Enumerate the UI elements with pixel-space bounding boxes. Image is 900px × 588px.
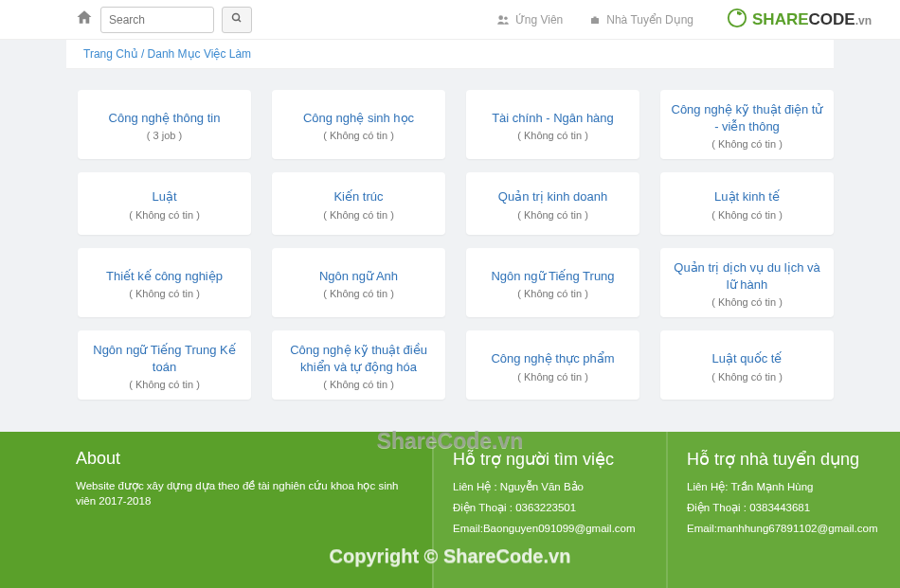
category-count: ( Không có tin ) <box>281 130 436 141</box>
category-count: ( Không có tin ) <box>476 209 630 221</box>
svg-point-3 <box>504 16 508 20</box>
breadcrumb: Trang Chủ / Danh Mục Việc Làm <box>66 40 834 69</box>
breadcrumb-home[interactable]: Trang Chủ <box>83 47 138 61</box>
category-card[interactable]: Luật kinh tế( Không có tin ) <box>660 172 834 235</box>
category-card[interactable]: Tài chính - Ngân hàng( Không có tin ) <box>466 90 639 159</box>
category-card[interactable]: Luật quốc tế( Không có tin ) <box>660 330 834 400</box>
category-title[interactable]: Luật <box>87 188 242 205</box>
category-card[interactable]: Ngôn ngữ Tiếng Trung Kế toán( Không có t… <box>78 330 251 400</box>
category-card[interactable]: Quản trị dịch vụ du lịch và lữ hành( Khô… <box>660 248 834 317</box>
category-card[interactable]: Công nghệ kỹ thuật điều khiển và tự động… <box>272 330 445 400</box>
category-title[interactable]: Kiến trúc <box>281 188 436 205</box>
category-grid-wrap: Công nghệ thông tin( 3 job )Công nghệ si… <box>0 69 900 400</box>
category-title[interactable]: Công nghệ sinh học <box>281 110 436 127</box>
footer-employer: Hỗ trợ nhà tuyển dụng Liên Hệ: Trần Mạnh… <box>666 432 900 588</box>
users-icon <box>496 13 510 27</box>
employer-title: Hỗ trợ nhà tuyển dụng <box>687 449 881 470</box>
category-title[interactable]: Quản trị kinh doanh <box>476 188 630 205</box>
category-card[interactable]: Quản trị kinh doanh( Không có tin ) <box>466 172 639 235</box>
candidate-label: Ứng Viên <box>515 13 563 27</box>
category-card[interactable]: Công nghệ sinh học( Không có tin ) <box>272 90 445 159</box>
about-text: Website được xây dựng dựa theo đề tài ng… <box>76 478 413 508</box>
employer-link[interactable]: Nhà Tuyển Dụng <box>589 13 693 27</box>
category-title[interactable]: Công nghệ kỹ thuật điện tử - viễn thông <box>670 101 824 134</box>
category-card[interactable]: Công nghệ kỹ thuật điện tử - viễn thông(… <box>660 90 834 159</box>
category-title[interactable]: Công nghệ kỹ thuật điều khiển và tự động… <box>281 342 436 375</box>
category-count: ( Không có tin ) <box>87 209 242 221</box>
jobseeker-title: Hỗ trợ người tìm việc <box>453 449 647 470</box>
jobseeker-email: Email:Baonguyen091099@gmail.com <box>453 521 647 536</box>
category-title[interactable]: Ngôn ngữ Tiếng Trung Kế toán <box>87 342 242 375</box>
svg-point-2 <box>498 15 503 20</box>
category-count: ( Không có tin ) <box>476 130 630 141</box>
candidate-link[interactable]: Ứng Viên <box>496 13 563 27</box>
home-icon[interactable] <box>76 9 93 30</box>
employer-email: Email:manhhung67891102@gmail.com <box>687 521 881 536</box>
category-card[interactable]: Ngôn ngữ Anh( Không có tin ) <box>272 248 445 317</box>
category-count: ( Không có tin ) <box>670 371 824 383</box>
category-grid: Công nghệ thông tin( 3 job )Công nghệ si… <box>78 90 834 400</box>
category-title[interactable]: Thiết kế công nghiệp <box>87 268 242 285</box>
category-title[interactable]: Ngôn ngữ Anh <box>281 268 436 285</box>
category-card[interactable]: Công nghệ thực phẩm( Không có tin ) <box>466 330 639 400</box>
category-card[interactable]: Thiết kế công nghiệp( Không có tin ) <box>78 248 251 317</box>
category-count: ( Không có tin ) <box>670 209 824 221</box>
employer-phone: Điện Thoại : 0383443681 <box>687 500 881 515</box>
category-title[interactable]: Quản trị dịch vụ du lịch và lữ hành <box>670 259 824 293</box>
category-card[interactable]: Kiến trúc( Không có tin ) <box>272 172 445 235</box>
category-count: ( 3 job ) <box>87 130 242 141</box>
search-button[interactable] <box>222 7 252 33</box>
search-input[interactable] <box>100 7 214 33</box>
brand-watermark: SHARECODE.vn <box>727 8 872 29</box>
category-count: ( Không có tin ) <box>670 296 824 308</box>
category-count: ( Không có tin ) <box>87 288 242 299</box>
category-card[interactable]: Công nghệ thông tin( 3 job ) <box>78 90 251 159</box>
footer-about: About Website được xây dựng dựa theo đề … <box>0 432 432 588</box>
jobseeker-contact: Liên Hệ : Nguyễn Văn Bảo <box>453 479 647 494</box>
svg-line-1 <box>239 20 242 23</box>
category-count: ( Không có tin ) <box>281 288 436 299</box>
category-title[interactable]: Công nghệ thông tin <box>87 110 242 127</box>
category-title[interactable]: Công nghệ thực phẩm <box>476 350 630 367</box>
category-title[interactable]: Ngôn ngữ Tiếng Trung <box>476 268 630 285</box>
employer-contact: Liên Hệ: Trần Mạnh Hùng <box>687 479 881 494</box>
category-title[interactable]: Luật kinh tế <box>670 188 824 205</box>
category-count: ( Không có tin ) <box>670 138 824 150</box>
category-count: ( Không có tin ) <box>281 379 436 390</box>
breadcrumb-current[interactable]: Danh Mục Việc Làm <box>148 47 251 61</box>
footer-jobseeker: Hỗ trợ người tìm việc Liên Hệ : Nguyễn V… <box>432 432 666 588</box>
jobseeker-phone: Điện Thoại : 0363223501 <box>453 500 647 515</box>
category-count: ( Không có tin ) <box>281 209 436 221</box>
category-title[interactable]: Tài chính - Ngân hàng <box>476 110 630 127</box>
category-count: ( Không có tin ) <box>476 371 630 383</box>
category-title[interactable]: Luật quốc tế <box>670 350 824 367</box>
category-count: ( Không có tin ) <box>87 379 242 390</box>
navbar-left <box>76 7 252 33</box>
about-title: About <box>76 449 413 469</box>
category-card[interactable]: Luật( Không có tin ) <box>78 172 251 235</box>
footer: About Website được xây dựng dựa theo đề … <box>0 432 900 588</box>
briefcase-icon <box>589 13 601 27</box>
svg-rect-4 <box>591 18 599 24</box>
category-count: ( Không có tin ) <box>476 288 630 299</box>
employer-label: Nhà Tuyển Dụng <box>606 13 693 27</box>
svg-point-0 <box>233 14 240 21</box>
category-card[interactable]: Ngôn ngữ Tiếng Trung( Không có tin ) <box>466 248 639 317</box>
